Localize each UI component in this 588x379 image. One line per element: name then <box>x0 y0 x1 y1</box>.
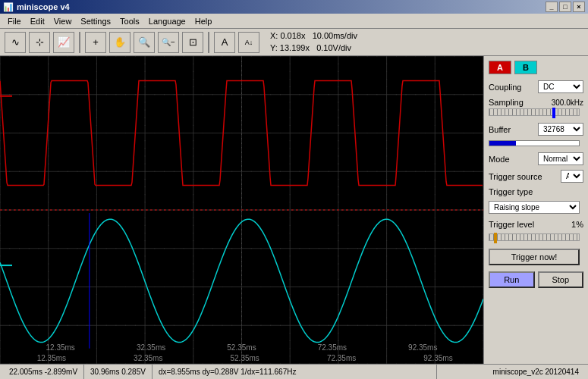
status-cell-3: miniscope_v2c 20120414 <box>437 365 585 379</box>
statusbar: 22.005ms -2.899mV 30.96ms 0.285V dx=8.95… <box>0 364 588 379</box>
trigger-type-select-row: Raising slopeFalling slope <box>489 201 583 214</box>
titlebar-left: 📊 miniscope v4 <box>3 2 70 12</box>
minimize-button[interactable]: _ <box>546 2 558 12</box>
fft-button[interactable]: ∿ <box>5 32 26 53</box>
run-stop-row: Run Stop <box>489 271 583 288</box>
menu-file[interactable]: File <box>3 15 26 27</box>
trigger-level-row: Trigger level 1% <box>489 220 583 229</box>
trigger-source-select[interactable]: AB <box>561 170 583 183</box>
sampling-thumb[interactable] <box>552 108 555 118</box>
trigger-level-thumb[interactable] <box>494 233 497 243</box>
app-title: miniscope v4 <box>17 2 70 11</box>
text-a-icon: A <box>222 36 228 48</box>
x-label-2: 52.35ms <box>227 343 256 352</box>
stop-button[interactable]: Stop <box>538 271 584 288</box>
coord-display: X: 0.018x 10.00ms/div Y: 13.199x 0.10V/d… <box>270 30 357 54</box>
x-label-1: 32.35ms <box>137 343 165 352</box>
status-item-1: 30.96ms 0.285V <box>90 368 146 376</box>
status-cell-1: 30.96ms 0.285V <box>84 365 153 379</box>
trigger-source-row: Trigger source AB <box>489 170 583 183</box>
channel-tabs: A B <box>489 61 583 74</box>
hand-button[interactable]: ✋ <box>109 32 130 53</box>
app-icon: 📊 <box>3 2 14 12</box>
status-item-2: dx=8.955ms dy=0.288V 1/dx=111.667Hz <box>159 368 297 376</box>
cursor-icon: ⊹ <box>36 36 44 48</box>
x-label-3: 72.35ms <box>318 343 347 352</box>
trigger-level-track[interactable] <box>489 233 580 241</box>
mode-row: Mode NormalSingleAuto <box>489 152 583 165</box>
separator-1 <box>79 32 80 53</box>
scope-canvas <box>0 56 483 364</box>
titlebar-buttons[interactable]: _ □ × <box>546 2 585 12</box>
channel-a-tab[interactable]: A <box>489 61 511 74</box>
menu-help[interactable]: Help <box>190 15 217 27</box>
menubar: File Edit View Settings Tools Language H… <box>0 14 588 29</box>
text-b-icon: A↓ <box>245 39 253 46</box>
zoom-in-button[interactable]: 🔍 <box>134 32 155 53</box>
zoom-in-icon: 🔍 <box>138 36 150 48</box>
main-area: 12.35ms 32.35ms 52.35ms 72.35ms 92.35ms … <box>0 56 588 364</box>
menu-language[interactable]: Language <box>144 15 190 27</box>
titlebar: 📊 miniscope v4 _ □ × <box>0 0 588 14</box>
sampling-label-row: Sampling 300.0kHz <box>489 98 583 107</box>
coupling-label: Coupling <box>489 83 521 92</box>
run-button[interactable]: Run <box>489 271 535 288</box>
x-axis-labels: 12.35ms 32.35ms 52.35ms 72.35ms 92.35ms <box>0 343 483 352</box>
x-label-0: 12.35ms <box>46 343 75 352</box>
x-label-4: 92.35ms <box>408 343 437 352</box>
chart-button[interactable]: 📈 <box>53 32 74 53</box>
text-b-button[interactable]: A↓ <box>238 32 259 53</box>
trigger-level-label: Trigger level <box>489 220 534 229</box>
menu-settings[interactable]: Settings <box>76 15 115 27</box>
plus-button[interactable]: + <box>85 32 106 53</box>
zoom-fit-button[interactable]: ⊡ <box>182 32 203 53</box>
buffer-select[interactable]: 32768163848192 <box>538 123 583 136</box>
chart-icon: 📈 <box>58 36 70 48</box>
coupling-select[interactable]: DCACGND <box>538 80 583 93</box>
status-item-3: miniscope_v2c 20120414 <box>493 368 579 376</box>
status-cell-2: dx=8.955ms dy=0.288V 1/dx=111.667Hz <box>153 365 437 379</box>
trigger-type-label: Trigger type <box>489 187 583 196</box>
right-panel: A B Coupling DCACGND Sampling 300.0kHz B… <box>483 56 588 364</box>
sampling-row: Sampling 300.0kHz <box>489 98 583 118</box>
maximize-button[interactable]: □ <box>559 2 571 12</box>
sampling-value: 300.0kHz <box>552 99 583 107</box>
mode-select[interactable]: NormalSingleAuto <box>538 152 583 165</box>
zoom-out-button[interactable]: 🔍− <box>158 32 179 53</box>
separator-2 <box>208 32 209 53</box>
trigger-level-value: 1% <box>571 220 583 229</box>
status-item-0: 22.005ms -2.899mV <box>9 368 77 376</box>
trigger-now-button[interactable]: Trigger now! <box>489 249 580 265</box>
coord-x: X: 0.018x 10.00ms/div <box>270 30 357 42</box>
mode-label: Mode <box>489 155 510 164</box>
fft-icon: ∿ <box>11 36 20 48</box>
hand-icon: ✋ <box>114 36 126 48</box>
sampling-label: Sampling <box>489 98 524 107</box>
text-a-button[interactable]: A <box>214 32 235 53</box>
buffer-progress-container <box>489 140 580 146</box>
scope-area[interactable]: 12.35ms 32.35ms 52.35ms 72.35ms 92.35ms <box>0 56 483 364</box>
channel-b-tab[interactable]: B <box>514 61 537 74</box>
buffer-label: Buffer <box>489 125 511 134</box>
trigger-source-label: Trigger source <box>489 172 542 181</box>
close-button[interactable]: × <box>573 2 585 12</box>
menu-tools[interactable]: Tools <box>115 15 144 27</box>
plus-icon: + <box>93 36 99 48</box>
trigger-type-select[interactable]: Raising slopeFalling slope <box>489 201 580 214</box>
coupling-row: Coupling DCACGND <box>489 80 583 93</box>
buffer-progress-fill <box>489 141 516 146</box>
menu-view[interactable]: View <box>49 15 77 27</box>
menu-edit[interactable]: Edit <box>26 15 49 27</box>
sampling-track[interactable] <box>489 108 580 116</box>
status-cell-0: 22.005ms -2.899mV <box>3 365 84 379</box>
cursor-button[interactable]: ⊹ <box>29 32 50 53</box>
buffer-row: Buffer 32768163848192 <box>489 123 583 136</box>
toolbar: ∿ ⊹ 📈 + ✋ 🔍 🔍− ⊡ A A↓ X: 0.018x 10.00ms/… <box>0 29 588 56</box>
zoom-fit-icon: ⊡ <box>189 36 197 48</box>
zoom-out-icon: 🔍− <box>162 38 175 46</box>
coord-y: Y: 13.199x 0.10V/div <box>270 42 357 54</box>
